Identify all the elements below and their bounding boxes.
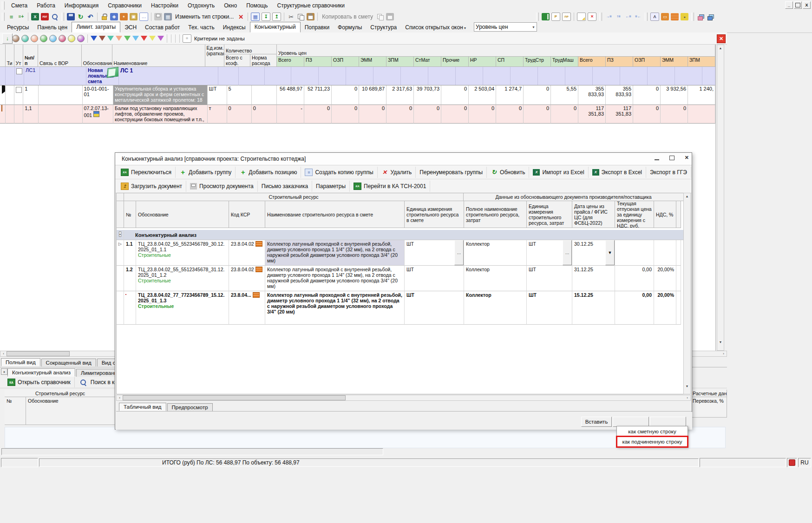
price-offer-document-icon[interactable] — [562, 13, 571, 21]
dcolumn-vat[interactable]: НДС, % — [654, 201, 676, 228]
dcolumn-full-name[interactable]: Полное наименование строительного ресурс… — [464, 201, 527, 228]
pdf-export-icon[interactable] — [41, 13, 49, 20]
dialog-minimize-button[interactable] — [655, 156, 659, 160]
column-header-cost[interactable]: ЗПМ — [386, 57, 414, 67]
dialog-view-tab[interactable]: Предпросмотр — [167, 403, 213, 411]
table-icon[interactable] — [251, 13, 260, 21]
dialog-toolbar-button[interactable]: Удалить — [378, 167, 416, 178]
price-document-icon[interactable] — [551, 13, 560, 21]
collapse-group-icon[interactable]: - — [119, 231, 121, 237]
dcolumn-current-price[interactable]: Текущая отпускная цена за единицу измере… — [615, 201, 654, 228]
ellipsis-button[interactable]: … — [454, 240, 464, 265]
comment-icon[interactable] — [139, 13, 148, 21]
document-tab[interactable]: ЭСН — [120, 23, 141, 33]
row-checkbox[interactable] — [16, 87, 22, 93]
dialog-row-1-3[interactable]: ТЦ_23.8.04.02_77_7723456789_15.12.2025_0… — [117, 291, 684, 325]
printer-icon[interactable] — [154, 13, 162, 20]
toolbar-grip[interactable] — [536, 13, 539, 21]
price-level-combobox[interactable]: Уровень цен ▼ — [474, 22, 537, 32]
outdent-left-icon[interactable] — [624, 13, 632, 20]
menu-item[interactable]: Справочники — [103, 1, 146, 10]
column-header-cost[interactable]: ТрудМаш — [551, 57, 578, 67]
dialog-close-button[interactable]: ✕ — [685, 155, 689, 161]
insert-menu-item[interactable]: как сметную строку — [617, 426, 688, 437]
document-tab[interactable]: Состав работ — [141, 23, 184, 33]
footer-button-2[interactable] — [613, 417, 649, 427]
dialog-row-1-2[interactable]: 1.2 ТЦ_23.8.04.02_55_5512345678_31.12.20… — [117, 266, 684, 291]
delete-document-icon[interactable] — [588, 13, 596, 21]
dialog-vertical-scrollbar[interactable]: ▲ ▼ — [683, 193, 691, 394]
panel-horizontal-scrollbar[interactable] — [1, 448, 383, 455]
color-filter-icon[interactable] — [124, 36, 131, 41]
dialog-toolbar-button[interactable]: Просмотр документа — [186, 181, 258, 192]
dropdown-button[interactable]: ▼ — [605, 240, 615, 265]
indent-right-icon[interactable] — [605, 13, 613, 20]
estimate-row-1[interactable]: 1 10-01-001-01 Укрупнительная сборка и у… — [0, 85, 715, 105]
column-header-qty[interactable]: Всего с коэф. — [224, 54, 250, 67]
toolbar-grip[interactable] — [2, 13, 5, 21]
document-tab[interactable]: Панель цен — [33, 23, 72, 33]
car-icon[interactable] — [681, 13, 688, 20]
column-header-unit[interactable]: Ед.изм. (краткая) — [205, 45, 225, 67]
dcolumn-unit[interactable]: Единица измерения строительного ресурса … — [405, 201, 464, 228]
language-indicator[interactable]: RU — [798, 458, 811, 467]
view-tab[interactable]: Сокращенный вид — [41, 359, 96, 366]
export-document-icon[interactable] — [272, 13, 281, 21]
column-header-base-cost[interactable]: ЗПМ — [688, 57, 715, 67]
ellipsis-button[interactable]: … — [563, 240, 572, 265]
menu-item[interactable]: Настройки — [146, 1, 183, 10]
color-filter-icon[interactable] — [116, 36, 122, 41]
document-tab[interactable]: Конъюнктурный — [250, 22, 301, 33]
column-header-num[interactable]: №п/п — [23, 45, 38, 67]
column-header-base-cost[interactable]: Всего — [578, 57, 606, 67]
toolbar-grip[interactable] — [599, 13, 602, 21]
document-tab[interactable]: Ресурсы — [3, 23, 33, 33]
menu-item[interactable]: Структурные справочники — [272, 1, 349, 10]
color-marker-icon[interactable] — [40, 35, 47, 42]
dialog-toolbar-button[interactable]: Добавить позицию — [236, 167, 301, 178]
document-tab[interactable]: Индексы — [219, 23, 250, 33]
dialog-toolbar-button[interactable]: Письмо заказчика — [258, 181, 312, 192]
document-tab[interactable]: Поправки — [301, 23, 334, 33]
dialog-toolbar-button[interactable]: Импорт из Excel — [529, 167, 588, 178]
outdent-level-icon[interactable] — [634, 13, 642, 20]
dialog-toolbar-button[interactable]: Обновить — [487, 167, 529, 178]
window-restore-button[interactable] — [794, 1, 802, 9]
criteria-document-icon[interactable] — [183, 34, 191, 43]
scrollbar-thumb[interactable] — [7, 351, 70, 356]
scroll-down-icon[interactable]: ▼ — [684, 383, 690, 389]
color-filter-icon[interactable] — [141, 36, 147, 41]
materials-icon[interactable] — [130, 13, 138, 20]
color-marker-icon[interactable] — [12, 35, 20, 42]
scroll-up-icon[interactable]: ▲ — [684, 193, 690, 199]
column-header-base-cost[interactable]: ОЗП — [633, 57, 661, 67]
insert-menu-item[interactable]: как подчиненную строку — [617, 437, 688, 447]
toolbar-grip[interactable] — [645, 13, 648, 21]
menu-item[interactable]: Помощь — [242, 1, 272, 10]
row-name-selected-cell[interactable]: Укрупнительная сборка и установка констр… — [113, 85, 207, 105]
column-group-price-level[interactable]: Уровень цен — [277, 45, 715, 57]
column-header-cost[interactable]: СтМат — [414, 57, 441, 67]
dialog-toolbar-button[interactable]: Экспорт в Excel — [589, 167, 646, 178]
change-row-type-button[interactable]: Изменить тип строки... — [173, 13, 236, 20]
dialog-toolbar-button[interactable]: Перенумеровать группы — [416, 167, 487, 178]
dialog-toolbar-button[interactable]: Создать копию группы — [301, 167, 377, 178]
estimate-row-ls1[interactable]: ЛС1 Новая локальная смета ЛС 1 — [0, 67, 715, 85]
document-tab[interactable]: Структура — [366, 23, 401, 33]
color-filter-icon[interactable] — [91, 36, 97, 41]
import-document-icon[interactable] — [262, 13, 270, 21]
column-header-base-cost[interactable]: ЭММ — [661, 57, 688, 67]
view-tab[interactable]: Полный вид — [1, 358, 40, 366]
document-tab[interactable]: Список открытых окон — [401, 23, 470, 33]
color-marker-icon[interactable] — [31, 35, 38, 42]
reference-book-icon[interactable] — [542, 13, 550, 20]
dcolumn-ksr[interactable]: Код КСР — [229, 201, 265, 228]
column-header-cost[interactable]: СП — [496, 57, 524, 67]
color-filter-icon[interactable] — [99, 36, 105, 41]
dialog-toolbar-button[interactable]: Параметры — [312, 181, 350, 192]
grid-vertical-scrollbar[interactable]: ▲ ▼ — [717, 45, 724, 351]
column-group-qty[interactable]: Количество — [224, 45, 277, 54]
color-marker-icon[interactable] — [49, 35, 57, 42]
color-filter-icon[interactable] — [157, 36, 164, 41]
close-panel-button[interactable]: x — [1, 368, 7, 375]
